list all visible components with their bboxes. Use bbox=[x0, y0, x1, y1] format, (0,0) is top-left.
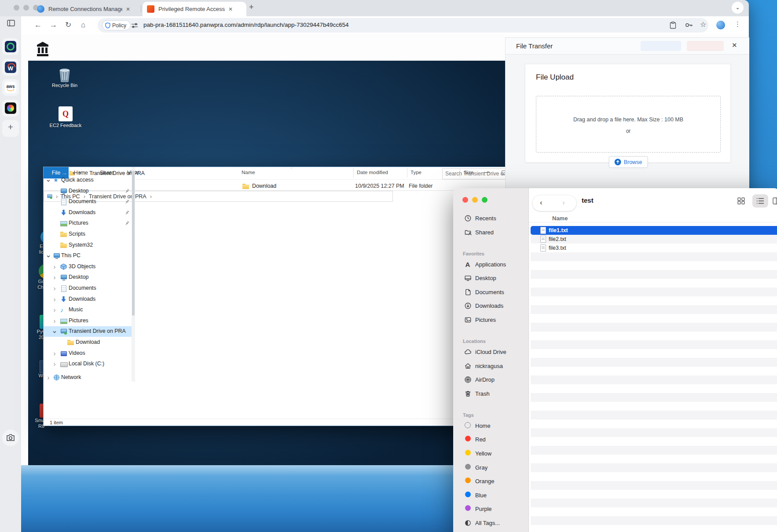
tree-item-download[interactable]: Download bbox=[44, 337, 135, 348]
chevron-down-icon[interactable] bbox=[46, 254, 51, 260]
chevron-right-icon[interactable] bbox=[52, 275, 57, 281]
tree-item-pictures[interactable]: Pictures bbox=[44, 218, 135, 229]
finder-sidebar-item-downloads[interactable]: Downloads bbox=[453, 301, 529, 311]
tree-scrollbar[interactable] bbox=[132, 204, 135, 382]
tree-item-network[interactable]: Network bbox=[44, 372, 135, 382]
sidebar-item-label: Pictures bbox=[475, 317, 496, 323]
site-settings-icon[interactable] bbox=[131, 22, 138, 29]
finder-sidebar-item-recents[interactable]: Recents bbox=[453, 213, 529, 224]
rail-app-aws[interactable]: aws bbox=[2, 79, 19, 96]
chevron-right-icon[interactable] bbox=[52, 297, 57, 303]
desktop-icon-recycle-bin[interactable]: Recycle Bin bbox=[51, 67, 78, 88]
finder-back-icon[interactable]: ‹ bbox=[540, 198, 542, 207]
scrollbar-thumb[interactable] bbox=[132, 204, 135, 316]
browser-tab-active[interactable]: Privileged Remote Access ✕ bbox=[143, 2, 246, 16]
tree-item-local-disk-c-[interactable]: Local Disk (C:) bbox=[44, 359, 135, 369]
window-close-button[interactable] bbox=[14, 5, 19, 11]
add-app-icon[interactable]: + bbox=[2, 122, 19, 132]
list-view-button[interactable] bbox=[752, 194, 768, 208]
finder-sidebar-item-nickragusa[interactable]: nickragusa bbox=[453, 361, 529, 372]
reload-button[interactable]: ↻ bbox=[65, 20, 71, 30]
finder-close-button[interactable] bbox=[462, 197, 468, 203]
tree-item-scripts[interactable]: Scripts bbox=[44, 229, 135, 240]
home-button[interactable]: ⌂ bbox=[81, 20, 85, 30]
finder-sidebar-item-desktop[interactable]: Desktop bbox=[453, 273, 529, 284]
clipboard-icon[interactable] bbox=[670, 22, 676, 29]
chevron-right-icon[interactable] bbox=[52, 286, 57, 292]
tree-item-this-pc[interactable]: This PC bbox=[44, 251, 135, 261]
rail-app-workday[interactable]: W bbox=[2, 59, 19, 76]
tag-color-icon bbox=[464, 492, 472, 499]
chevron-right-icon[interactable] bbox=[52, 351, 57, 357]
grid-view-icon[interactable] bbox=[737, 197, 745, 204]
extension-icon[interactable] bbox=[716, 21, 725, 29]
tree-item-transient-drive-on-pra[interactable]: Transient Drive on PRA bbox=[44, 326, 135, 337]
finder-sidebar-item-icloud-drive[interactable]: iCloud Drive bbox=[453, 347, 529, 357]
finder-sidebar-item-orange[interactable]: Orange bbox=[453, 476, 529, 487]
chevron-right-icon[interactable] bbox=[46, 375, 51, 382]
tree-item-label: Documents bbox=[69, 204, 96, 204]
finder-sidebar-item-yellow[interactable]: Yellow bbox=[453, 448, 529, 459]
finder-sidebar-item-home[interactable]: Home bbox=[453, 421, 529, 431]
tree-item-downloads[interactable]: Downloads bbox=[44, 294, 135, 305]
finder-zoom-button[interactable] bbox=[482, 197, 487, 203]
policy-badge[interactable]: Policy bbox=[102, 20, 131, 30]
finder-file-row-file3-txt[interactable]: file3.txt bbox=[531, 244, 777, 252]
finder-file-row-file1-txt[interactable]: file1.txt bbox=[531, 226, 777, 235]
finder-sidebar-item-airdrop[interactable]: AirDrop bbox=[453, 375, 529, 385]
finder-sidebar-item-red[interactable]: Red bbox=[453, 434, 529, 445]
camera-icon[interactable] bbox=[6, 434, 15, 441]
chevron-down-icon[interactable] bbox=[52, 329, 57, 335]
finder-header-divider bbox=[529, 222, 777, 222]
tab-search-chevron-button[interactable]: ⌄ bbox=[732, 2, 744, 14]
back-button[interactable]: ← bbox=[34, 20, 42, 30]
finder-sidebar-item-pictures[interactable]: Pictures bbox=[453, 315, 529, 325]
finder-sidebar-item-shared[interactable]: Shared bbox=[453, 227, 529, 238]
sidebar-item-label: Downloads bbox=[475, 302, 503, 309]
finder-sidebar-item-all-tags-[interactable]: All Tags... bbox=[453, 518, 529, 528]
password-key-icon[interactable] bbox=[685, 22, 693, 28]
tree-item-documents[interactable]: Documents bbox=[44, 283, 135, 294]
tab-close-icon[interactable]: ✕ bbox=[228, 6, 233, 12]
finder-file-row-file2-txt[interactable]: file2.txt bbox=[531, 235, 777, 244]
finder-forward-icon[interactable]: › bbox=[562, 198, 565, 207]
browser-tab-inactive[interactable]: Remote Connections Manage ✕ bbox=[37, 2, 139, 16]
chevron-right-icon[interactable] bbox=[52, 265, 57, 271]
column-view-icon[interactable] bbox=[773, 197, 777, 204]
panel-close-icon[interactable]: ✕ bbox=[732, 41, 737, 49]
finder-sidebar-item-blue[interactable]: Blue bbox=[453, 490, 529, 501]
rail-app-photos[interactable] bbox=[2, 100, 19, 117]
finder-minimize-button[interactable] bbox=[472, 197, 478, 203]
tree-item-videos[interactable]: Videos bbox=[44, 348, 135, 359]
chevron-right-icon[interactable] bbox=[52, 362, 57, 368]
tree-item-desktop[interactable]: Desktop bbox=[44, 272, 135, 283]
workday-app-icon: W bbox=[5, 62, 16, 73]
finder-column-name[interactable]: Name bbox=[552, 215, 568, 222]
bookmark-star-icon[interactable]: ☆ bbox=[700, 20, 706, 29]
browser-menu-icon[interactable]: ⋮ bbox=[734, 20, 741, 28]
chevron-right-icon[interactable] bbox=[52, 308, 57, 314]
finder-sidebar-item-gray[interactable]: Gray bbox=[453, 463, 529, 473]
browse-button[interactable]: Browse bbox=[609, 156, 648, 168]
tree-item-pictures[interactable]: Pictures bbox=[44, 316, 135, 326]
tree-item-3d-objects[interactable]: 3D Objects bbox=[44, 262, 135, 272]
finder-sidebar-item-purple[interactable]: Purple bbox=[453, 504, 529, 514]
tree-item-downloads[interactable]: Downloads bbox=[44, 208, 135, 218]
tree-item-music[interactable]: ♪Music bbox=[44, 305, 135, 315]
finder-sidebar-item-applications[interactable]: AApplications bbox=[453, 259, 529, 270]
chevron-right-icon[interactable] bbox=[52, 319, 57, 325]
pic-icon bbox=[464, 316, 472, 325]
remote-desktop-canvas[interactable]: Recycle Bin Q EC2 Feedback ElicGoChrPyC2… bbox=[28, 61, 505, 465]
tree-item-documents[interactable]: Documents bbox=[44, 204, 135, 207]
desktop-icon bbox=[464, 274, 472, 283]
rail-app-okta[interactable] bbox=[2, 38, 19, 55]
forward-button[interactable]: → bbox=[50, 20, 57, 30]
dropzone[interactable]: Drag and drop a file here. Max Size : 10… bbox=[536, 96, 721, 153]
tree-item-system32[interactable]: System32 bbox=[44, 240, 135, 251]
window-minimize-button[interactable] bbox=[23, 5, 29, 11]
address-bar[interactable]: Policy pab-pra-1681511640.panwpra.com/ad… bbox=[98, 18, 708, 33]
tab-close-icon[interactable]: ✕ bbox=[126, 6, 130, 12]
finder-sidebar-item-documents[interactable]: Documents bbox=[453, 287, 529, 298]
finder-sidebar-item-trash[interactable]: Trash bbox=[453, 389, 529, 399]
new-tab-button[interactable]: + bbox=[249, 3, 254, 12]
